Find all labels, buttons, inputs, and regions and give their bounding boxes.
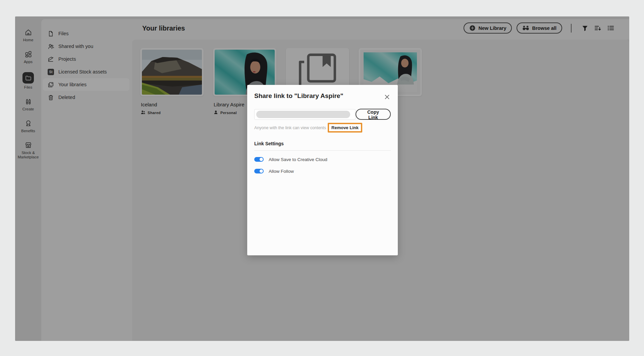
- share-link-field[interactable]: [254, 109, 356, 120]
- settings-divider: [254, 150, 391, 151]
- toggle-knob: [260, 158, 263, 161]
- allow-follow-toggle[interactable]: [254, 169, 264, 173]
- copy-link-button[interactable]: Copy Link: [356, 109, 391, 120]
- link-caption-row: Anyone with the link can view contents R…: [254, 123, 391, 133]
- modal-title: Share link to "Library Aspire": [254, 92, 391, 100]
- toggle-label: Allow Save to Creative Cloud: [269, 157, 327, 162]
- link-caption: Anyone with the link can view contents: [254, 125, 326, 130]
- toggle-label: Allow Follow: [269, 169, 294, 174]
- creative-cloud-window: Home Apps Files Create: [15, 16, 629, 341]
- link-settings-title: Link Settings: [254, 141, 391, 146]
- toggle-row-allow-follow: Allow Follow: [254, 168, 391, 174]
- share-link-row: Copy Link: [254, 109, 391, 120]
- toggle-row-save-to-cc: Allow Save to Creative Cloud: [254, 156, 391, 162]
- close-icon[interactable]: [382, 92, 392, 102]
- screenshot-stage: Home Apps Files Create: [0, 0, 644, 356]
- remove-link-button[interactable]: Remove Link: [328, 123, 362, 133]
- share-link-modal: Share link to "Library Aspire" Copy Link…: [247, 85, 398, 255]
- allow-save-toggle[interactable]: [254, 157, 264, 162]
- toggle-knob: [260, 169, 263, 173]
